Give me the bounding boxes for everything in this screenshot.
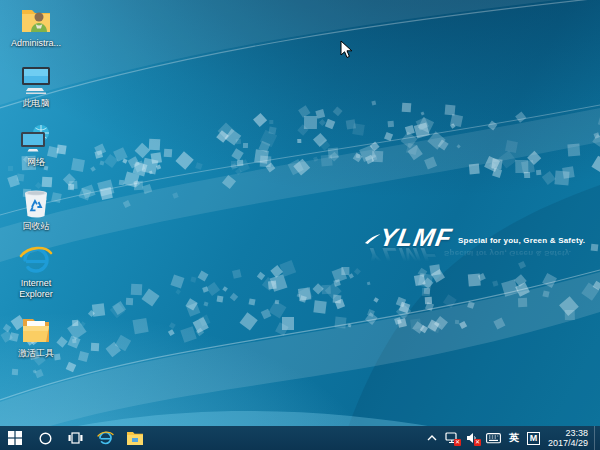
user-folder-icon <box>18 4 54 36</box>
taskbar-left <box>0 426 150 450</box>
clock-time: 23:38 <box>548 428 588 438</box>
folder-icon <box>18 314 54 346</box>
desktop-icon-label: 激活工具 <box>18 348 54 359</box>
network-icon <box>18 123 54 155</box>
red-x-badge: ✕ <box>474 439 481 446</box>
network-status-icon[interactable]: ✕ <box>441 426 462 450</box>
red-x-badge: ✕ <box>454 439 461 446</box>
desktop-icon-column: Administra... 此电脑 网络 <box>2 4 70 371</box>
show-hidden-icons-button[interactable] <box>423 426 441 450</box>
touch-keyboard-button[interactable] <box>482 426 505 450</box>
language-label: 英 <box>509 431 519 445</box>
touch-keyboard-icon <box>486 433 501 444</box>
desktop-icon-label: 网络 <box>27 157 45 168</box>
volume-status-icon[interactable]: ✕ <box>462 426 482 450</box>
ime-language-indicator[interactable]: 英 <box>505 426 523 450</box>
taskbar: ✕ ✕ 英 M 23:38 2017/4/29 <box>0 426 600 450</box>
taskbar-file-explorer[interactable] <box>120 426 150 450</box>
system-tray: ✕ ✕ 英 M 23:38 2017/4/29 <box>423 426 600 450</box>
ime-mode-badge: M <box>527 432 540 445</box>
ime-mode-indicator[interactable]: M <box>523 426 544 450</box>
taskbar-clock[interactable]: 23:38 2017/4/29 <box>544 428 594 448</box>
task-view-button[interactable] <box>60 426 90 450</box>
desktop-icon-internet-explorer[interactable]: Internet Explorer <box>2 244 70 300</box>
wallpaper-bottom-glow <box>0 0 600 450</box>
clock-date: 2017/4/29 <box>548 438 588 448</box>
desktop-icon-label: Administra... <box>11 38 61 49</box>
desktop-wallpaper: YLMF Special for you, Green & Safety. YL… <box>0 0 600 450</box>
desktop-icon-administrator[interactable]: Administra... <box>2 4 70 49</box>
desktop-icon-recycle-bin[interactable]: 回收站 <box>2 187 70 232</box>
task-view-icon <box>68 432 83 444</box>
desktop-icon-label: Internet Explorer <box>3 278 69 300</box>
desktop-icon-this-pc[interactable]: 此电脑 <box>2 64 70 109</box>
windows-logo-icon <box>8 431 22 445</box>
desktop-icon-network[interactable]: 网络 <box>2 123 70 168</box>
desktop-icon-activation-tools[interactable]: 激活工具 <box>2 314 70 359</box>
computer-icon <box>18 64 54 96</box>
taskbar-internet-explorer[interactable] <box>90 426 120 450</box>
chevron-up-icon <box>427 435 437 441</box>
internet-explorer-icon <box>18 244 54 276</box>
recycle-bin-icon <box>18 187 54 219</box>
search-circle-icon <box>39 432 52 445</box>
start-button[interactable] <box>0 426 30 450</box>
cortana-search-button[interactable] <box>30 426 60 450</box>
file-explorer-icon <box>127 432 143 445</box>
desktop-icon-label: 此电脑 <box>23 98 50 109</box>
internet-explorer-icon <box>97 430 114 446</box>
show-desktop-button[interactable] <box>594 426 600 450</box>
desktop-icon-label: 回收站 <box>23 221 50 232</box>
